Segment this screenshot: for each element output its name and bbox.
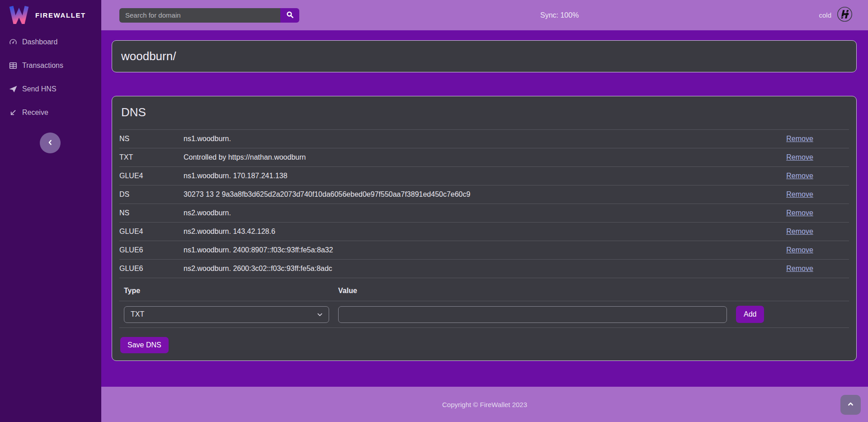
search-input[interactable] [119, 8, 280, 23]
handshake-logo-icon[interactable] [837, 6, 853, 24]
remove-record-link[interactable]: Remove [786, 265, 813, 272]
search-button[interactable] [280, 8, 299, 23]
remove-record-link[interactable]: Remove [786, 190, 813, 198]
selected-type: TXT [131, 310, 144, 318]
add-record-form: Type Value TXT [119, 278, 849, 328]
chevron-left-icon [47, 139, 53, 147]
sidebar-item-label: Transactions [22, 62, 63, 70]
sidebar-item-label: Receive [22, 109, 48, 117]
paper-plane-icon [9, 85, 17, 93]
table-row: GLUE6 ns1.woodburn. 2400:8907::f03c:93ff… [119, 241, 849, 260]
chevron-down-icon [316, 311, 323, 320]
remove-record-link[interactable]: Remove [786, 135, 813, 142]
table-row: NS ns2.woodburn. Remove [119, 204, 849, 223]
sidebar-item-label: Send HNS [22, 85, 57, 93]
search-icon [286, 11, 294, 20]
record-type: TXT [119, 148, 184, 167]
table-icon [9, 62, 17, 70]
table-row: GLUE4 ns1.woodburn. 170.187.241.138 Remo… [119, 167, 849, 185]
record-value: 30273 13 2 9a3a8fb3d625d2a2073d740f10da6… [184, 185, 754, 204]
sidebar-collapse-button[interactable] [40, 133, 61, 153]
domain-search [119, 8, 299, 23]
record-value: ns1.woodburn. [184, 130, 754, 148]
table-row: TXT Controlled by https://nathan.woodbur… [119, 148, 849, 167]
remove-record-link[interactable]: Remove [786, 172, 813, 180]
save-dns-button[interactable]: Save DNS [120, 337, 169, 353]
brand-name: FIREWALLET [35, 11, 86, 19]
record-value: ns2.woodburn. 2600:3c02::f03c:93ff:fe5a:… [184, 260, 754, 278]
footer: Copyright © FireWallet 2023 [101, 387, 868, 422]
arrow-down-left-icon [9, 109, 17, 117]
record-type: NS [119, 130, 184, 148]
value-column-header: Value [334, 278, 731, 301]
firewallet-w-logo-icon [8, 5, 30, 26]
chevron-up-icon [847, 401, 854, 409]
sidebar-item-send-hns[interactable]: Send HNS [0, 77, 101, 101]
copyright-text: Copyright © FireWallet 2023 [442, 401, 527, 408]
speedometer-icon [9, 38, 17, 46]
page-title: woodburn/ [121, 49, 176, 63]
main-content: woodburn/ DNS NS ns1.woodburn. Remove TX… [101, 30, 868, 387]
remove-record-link[interactable]: Remove [786, 228, 813, 235]
dns-section-title: DNS [121, 105, 849, 119]
sidebar: FIREWALLET Dashboard Transactions [0, 0, 101, 422]
record-type: NS [119, 204, 184, 223]
table-row: GLUE6 ns2.woodburn. 2600:3c02::f03c:93ff… [119, 260, 849, 278]
record-value: ns1.woodburn. 2400:8907::f03c:93ff:fe5a:… [184, 241, 754, 260]
brand[interactable]: FIREWALLET [0, 0, 101, 30]
record-value: ns2.woodburn. [184, 204, 754, 223]
scroll-to-top-button[interactable] [840, 395, 861, 415]
table-row: NS ns1.woodburn. Remove [119, 130, 849, 148]
wallet-selector[interactable]: cold [819, 6, 853, 24]
type-column-header: Type [119, 278, 334, 301]
remove-record-link[interactable]: Remove [786, 246, 813, 254]
record-value: ns2.woodburn. 143.42.128.6 [184, 223, 754, 241]
record-value: Controlled by https://nathan.woodburn [184, 148, 754, 167]
record-type: GLUE6 [119, 241, 184, 260]
sidebar-item-dashboard[interactable]: Dashboard [0, 30, 101, 54]
sidebar-item-transactions[interactable]: Transactions [0, 54, 101, 77]
table-row: GLUE4 ns2.woodburn. 143.42.128.6 Remove [119, 223, 849, 241]
record-type: GLUE6 [119, 260, 184, 278]
record-type-select[interactable]: TXT [124, 306, 329, 323]
remove-record-link[interactable]: Remove [786, 209, 813, 217]
add-record-button[interactable]: Add [736, 306, 764, 323]
domain-card: woodburn/ [112, 40, 857, 72]
record-type: DS [119, 185, 184, 204]
table-row: DS 30273 13 2 9a3a8fb3d625d2a2073d740f10… [119, 185, 849, 204]
topbar: Sync: 100% cold [101, 0, 868, 30]
record-value: ns1.woodburn. 170.187.241.138 [184, 167, 754, 185]
sidebar-item-receive[interactable]: Receive [0, 101, 101, 124]
sync-status: Sync: 100% [540, 0, 579, 30]
dns-records-table: NS ns1.woodburn. Remove TXT Controlled b… [119, 129, 849, 278]
record-value-input[interactable] [338, 306, 727, 323]
sidebar-item-label: Dashboard [22, 38, 57, 46]
remove-record-link[interactable]: Remove [786, 153, 813, 161]
wallet-name: cold [819, 11, 831, 19]
dns-card: DNS NS ns1.woodburn. Remove TXT Controll… [112, 96, 857, 361]
record-type: GLUE4 [119, 167, 184, 185]
record-type: GLUE4 [119, 223, 184, 241]
